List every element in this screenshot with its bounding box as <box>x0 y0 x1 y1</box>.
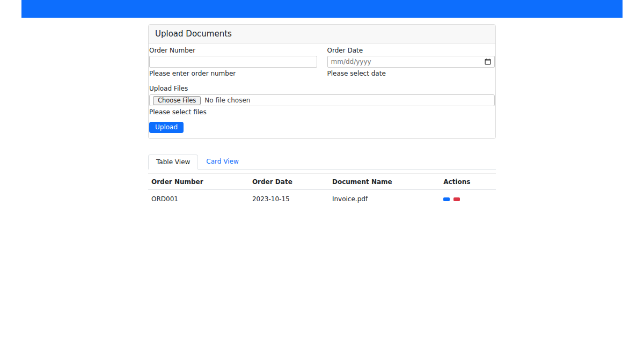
order-date-helper: Please select date <box>327 70 495 77</box>
tab-table-view[interactable]: Table View <box>148 155 198 170</box>
file-chosen-status: No file chosen <box>204 97 250 104</box>
order-number-helper: Please enter order number <box>149 70 317 77</box>
column-header-order-number: Order Number <box>148 174 249 190</box>
column-header-document-name: Document Name <box>329 174 440 190</box>
upload-files-label: Upload Files <box>149 84 495 94</box>
order-date-label: Order Date <box>327 46 495 56</box>
calendar-icon[interactable] <box>485 58 491 65</box>
cell-order-date: 2023-10-15 <box>249 190 329 209</box>
main-container: Upload Documents Order Number Please ent… <box>148 24 496 208</box>
cell-document-name: Invoice.pdf <box>329 190 440 209</box>
upload-documents-card: Upload Documents Order Number Please ent… <box>148 24 496 139</box>
table-header-row: Order Number Order Date Document Name Ac… <box>148 174 496 190</box>
documents-table: Order Number Order Date Document Name Ac… <box>148 173 496 208</box>
order-number-input[interactable] <box>149 56 317 68</box>
top-navbar <box>21 0 623 18</box>
upload-button[interactable]: Upload <box>149 122 184 133</box>
upload-files-helper: Please select files <box>149 108 495 116</box>
column-header-actions: Actions <box>440 174 496 190</box>
order-date-field-group: Order Date mm/dd/yyyy Please select date <box>327 46 495 77</box>
upload-card-body: Order Number Please enter order number O… <box>149 43 495 138</box>
cell-actions <box>440 190 496 209</box>
tab-card-view[interactable]: Card View <box>198 154 246 169</box>
view-tabs: Table View Card View <box>148 154 496 170</box>
view-document-button[interactable] <box>443 197 450 201</box>
order-date-placeholder: mm/dd/yyyy <box>331 58 371 65</box>
order-number-field-group: Order Number Please enter order number <box>149 46 317 77</box>
column-header-order-date: Order Date <box>249 174 329 190</box>
file-input[interactable]: Choose Files No file chosen <box>149 94 495 106</box>
order-date-input[interactable]: mm/dd/yyyy <box>327 56 495 68</box>
delete-document-button[interactable] <box>453 197 460 201</box>
table-row: ORD001 2023-10-15 Invoice.pdf <box>148 190 496 209</box>
upload-card-title: Upload Documents <box>149 25 495 43</box>
order-number-label: Order Number <box>149 46 317 56</box>
choose-files-button[interactable]: Choose Files <box>153 96 201 105</box>
cell-order-number: ORD001 <box>148 190 249 209</box>
